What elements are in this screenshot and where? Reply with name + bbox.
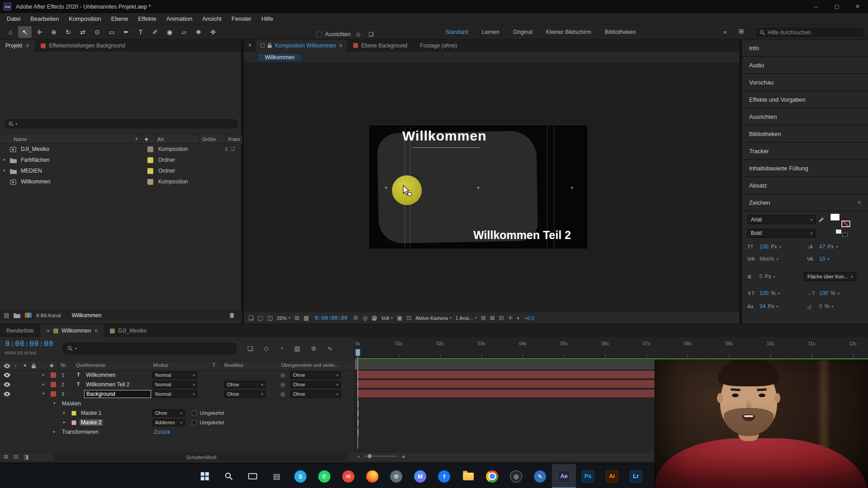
menu-effekte[interactable]: Effekte — [133, 15, 161, 22]
expand-inout-icon[interactable]: ◨ — [24, 454, 28, 460]
messenger-icon[interactable]: M — [408, 464, 432, 488]
blend-mode-select[interactable]: Normal▾ — [152, 371, 198, 379]
hand-tool[interactable]: ✛ — [33, 26, 46, 38]
font-style-select[interactable]: Bold▾ — [747, 229, 816, 238]
tab-komposition-willkommen[interactable]: Komposition Willkommen ≡ — [256, 40, 347, 52]
panel-menu-icon[interactable]: ≡ — [339, 42, 342, 49]
parent-select[interactable]: Ohne▾ — [290, 381, 341, 388]
stroke-width-value[interactable]: 0 — [760, 273, 763, 280]
eye-icon[interactable] — [4, 373, 10, 377]
parent-pickwhip-icon[interactable]: ◎ — [280, 391, 285, 397]
workspace-bibliotheken[interactable]: Bibliotheken — [605, 29, 636, 35]
channels-icon[interactable] — [372, 315, 377, 321]
panel-tab-absatz[interactable]: Absatz — [742, 177, 868, 194]
region-of-interest-icon[interactable]: ▣ — [397, 314, 402, 321]
comp-text-top[interactable]: Willkommen — [402, 128, 486, 144]
menu-ebene[interactable]: Ebene — [106, 15, 133, 22]
expander-icon[interactable]: ▸ — [53, 429, 56, 434]
puppet-pin-tool[interactable]: ✜ — [206, 26, 220, 38]
parent-select[interactable]: Ohne▾ — [290, 390, 341, 398]
panel-menu-icon[interactable]: ≡ — [858, 199, 861, 206]
panel-tab-effekte-und-vorgaben[interactable]: Effekte und Vorgaben — [742, 91, 868, 108]
workspace-overflow-chevron[interactable]: » — [723, 28, 726, 35]
exposure-value[interactable]: +0,0 — [524, 315, 534, 321]
timeline-tab-renderliste[interactable]: Renderliste — [0, 324, 40, 337]
transform-group-row[interactable]: ▸TransformierenZurück — [0, 427, 354, 437]
timeline-tab-willkommen[interactable]: ✕Willkommen≡ — [40, 324, 104, 337]
mask-color-swatch[interactable] — [71, 411, 76, 416]
brush-tool[interactable]: ✐ — [148, 26, 162, 38]
menu-datei[interactable]: Datei — [2, 15, 25, 22]
panel-tab-tracker[interactable]: Tracker — [742, 143, 868, 160]
label-color-swatch[interactable] — [51, 382, 56, 387]
main-monitor-icon[interactable]: ▢ — [258, 314, 263, 321]
panel-tab-info[interactable]: Info — [742, 40, 868, 57]
tracking-value[interactable]: 10 — [819, 256, 825, 262]
steam-app-icon[interactable]: ⚙ — [384, 464, 408, 488]
snap-features-icon[interactable]: ❏ — [367, 28, 376, 40]
zoom-select[interactable]: 25%▾ — [277, 315, 290, 321]
label-color-swatch[interactable] — [147, 146, 153, 152]
panel-tab-ausrichten[interactable]: Ausrichten — [742, 108, 868, 126]
trash-icon[interactable] — [230, 313, 234, 318]
vertical-scale-value[interactable]: 100 — [760, 290, 769, 296]
search-options-caret[interactable]: ▾ — [15, 122, 17, 126]
menu-fenster[interactable]: Fenster — [226, 15, 256, 22]
search-button[interactable] — [217, 464, 241, 488]
fill-stroke-swatches[interactable] — [830, 214, 850, 227]
column-name[interactable]: Name — [14, 136, 27, 142]
file-explorer-icon[interactable] — [456, 464, 480, 488]
align-checkbox[interactable] — [316, 32, 322, 37]
expand-switches-icon[interactable]: ⊞ — [4, 454, 8, 460]
shape-tool[interactable]: ▭ — [105, 26, 118, 38]
zoom-out-icon[interactable]: ▲ — [357, 455, 360, 458]
blend-mode-select[interactable]: Normal▾ — [152, 381, 198, 388]
eyedropper-icon[interactable] — [819, 217, 824, 222]
after-effects-icon[interactable]: Ae — [552, 464, 576, 488]
roto-brush-tool[interactable]: ❖ — [192, 26, 205, 38]
list-view-icon[interactable]: ▤ — [4, 312, 9, 319]
panel-tab-bibliotheken[interactable]: Bibliotheken — [742, 126, 868, 143]
minimize-button[interactable]: ─ — [806, 0, 826, 13]
label-color-swatch[interactable] — [147, 179, 153, 185]
menu-bearbeiten[interactable]: Bearbeiten — [25, 15, 64, 22]
label-color-swatch[interactable] — [147, 168, 153, 174]
project-search-input[interactable] — [19, 121, 234, 127]
mask-mode-select[interactable]: Addieren▾ — [152, 419, 185, 426]
layer-row-1[interactable]: ▸1TWillkommenNormal▾◎Ohne▾ — [0, 371, 354, 380]
mask-color-swatch[interactable] — [71, 420, 76, 425]
help-search-input[interactable] — [768, 29, 860, 36]
eye-icon[interactable] — [4, 382, 10, 387]
invert-checkbox[interactable] — [192, 411, 197, 416]
facebook-icon[interactable]: f — [432, 464, 456, 488]
workspace-original[interactable]: Original — [513, 29, 533, 35]
tab-footage[interactable]: Footage (ohne) — [414, 42, 463, 49]
default-fill-stroke-icon[interactable] — [842, 233, 848, 237]
parent-select[interactable]: Ohne▾ — [290, 371, 341, 379]
whatsapp-icon[interactable]: ✆ — [312, 464, 336, 488]
zoom-tool[interactable]: ⊕ — [47, 26, 61, 38]
swap-fill-stroke-icon[interactable] — [836, 230, 841, 234]
column-groesse[interactable]: Größe — [202, 136, 216, 142]
chrome-icon[interactable] — [480, 464, 504, 488]
selection-tool[interactable]: ↖ — [18, 26, 32, 38]
pixel-preview-icon[interactable]: ⊞ — [481, 314, 486, 321]
orbit-camera-tool[interactable]: ↻ — [61, 26, 75, 38]
expander-icon[interactable]: ▸ — [42, 372, 45, 377]
expander-icon[interactable]: ▸ — [63, 420, 66, 424]
project-item-willkommen[interactable]: WillkommenKomposition — [0, 177, 242, 188]
mask-row-maske-2[interactable]: ▸Maske 2Addieren▾Umgekehrt — [0, 418, 354, 427]
mask-name[interactable]: Maske 1 — [80, 410, 103, 416]
snap-edges-icon[interactable]: ◇ — [354, 28, 363, 40]
parent-pickwhip-icon[interactable]: ◎ — [280, 372, 285, 378]
lightroom-icon[interactable]: Lr — [624, 464, 648, 488]
mask-name[interactable]: Maske 2 — [80, 419, 103, 426]
font-size-value[interactable]: 100 — [760, 244, 769, 250]
workspace-standard[interactable]: Standard — [445, 29, 468, 35]
tab-effekteinstellungen[interactable]: Effekteinstellungen Background — [34, 40, 132, 52]
pan-camera-tool[interactable]: ⇄ — [76, 26, 90, 38]
type-tool[interactable]: T — [134, 26, 147, 38]
tsume-value[interactable]: 0 — [819, 303, 822, 310]
eraser-tool[interactable]: ▱ — [177, 26, 191, 38]
pen-tool[interactable]: ✒ — [119, 26, 133, 38]
